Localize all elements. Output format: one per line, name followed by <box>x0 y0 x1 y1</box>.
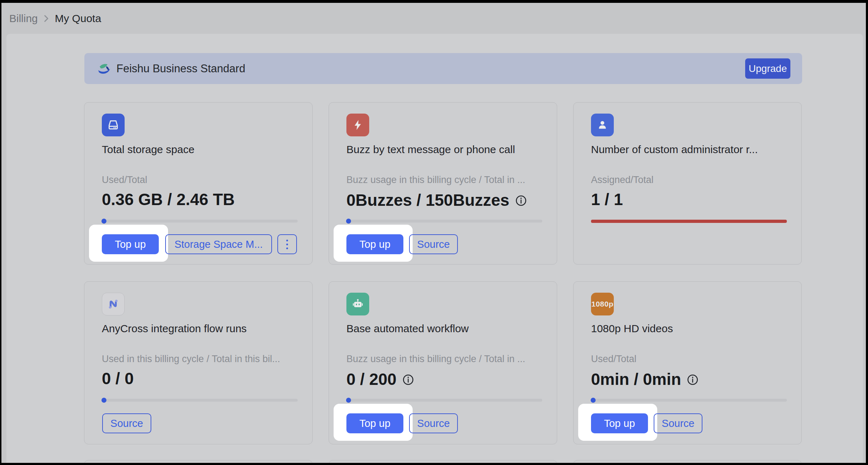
feishu-logo-icon <box>97 61 112 76</box>
chevron-right-icon <box>43 14 49 23</box>
quota-value: 0.36 GB / 2.46 TB <box>102 189 235 210</box>
top-up-button[interactable]: Top up <box>346 234 403 254</box>
storage-drive-icon <box>102 114 125 136</box>
top-up-button[interactable]: Top up <box>346 413 403 433</box>
lightning-icon <box>346 114 369 136</box>
metric-label: Assigned/Total <box>591 174 796 186</box>
metric-label: Used/Total <box>591 353 796 365</box>
more-options-icon <box>286 240 288 241</box>
admin-user-icon <box>591 114 614 136</box>
progress-dot <box>101 398 106 403</box>
progress-bar <box>346 399 542 402</box>
breadcrumb-billing[interactable]: Billing <box>9 12 38 25</box>
quota-card-anycross: AnyCross integration flow runs Used in t… <box>84 281 313 444</box>
metric-label: Buzz usage in this billing cycle / Total… <box>346 174 551 186</box>
quota-card-partial <box>84 460 313 463</box>
progress-dot <box>346 219 351 224</box>
quota-card-storage: Total storage space Used/Total 0.36 GB /… <box>84 102 313 265</box>
screenshot-frame: Billing My Quota Feishu Business Standar… <box>0 0 868 465</box>
metric-label: Buzz usage in this billing cycle / Total… <box>346 353 551 365</box>
top-up-button[interactable]: Top up <box>102 234 159 254</box>
top-bar: Billing My Quota <box>1 3 866 34</box>
progress-dot <box>591 398 596 403</box>
source-button[interactable]: Source <box>409 413 458 433</box>
source-button[interactable]: Source <box>102 413 151 433</box>
content-panel: Feishu Business Standard Upgrade Total s… <box>6 34 863 463</box>
info-icon[interactable] <box>687 370 699 390</box>
info-icon[interactable] <box>402 370 414 390</box>
progress-bar <box>591 399 787 402</box>
storage-space-manage-button[interactable]: Storage Space M... <box>165 234 272 254</box>
card-title: Number of custom administrator r... <box>591 143 790 156</box>
quota-card-admin-roles: Number of custom administrator r... Assi… <box>573 102 802 265</box>
upgrade-button[interactable]: Upgrade <box>745 58 790 79</box>
card-title: Base automated workflow <box>346 322 546 335</box>
quota-value: 1 / 1 <box>591 189 623 210</box>
card-title: Total storage space <box>102 143 301 156</box>
anycross-icon <box>102 293 125 315</box>
info-icon[interactable] <box>515 190 527 211</box>
quota-value: 0Buzzes / 150Buzzes <box>346 189 527 211</box>
plan-banner: Feishu Business Standard Upgrade <box>84 53 802 84</box>
plan-name: Feishu Business Standard <box>116 53 245 84</box>
card-title: 1080p HD videos <box>591 322 790 335</box>
quota-value: 0 / 0 <box>102 368 134 389</box>
progress-bar <box>102 399 298 402</box>
metric-label: Used in this billing cycle / Total in th… <box>102 353 307 365</box>
progress-bar-full <box>591 220 787 223</box>
app-window: Billing My Quota Feishu Business Standar… <box>1 3 866 463</box>
quota-card-1080p-videos: 1080p 1080p HD videos Used/Total 0min / … <box>573 281 802 444</box>
source-button[interactable]: Source <box>654 413 702 433</box>
card-title: AnyCross integration flow runs <box>102 322 301 335</box>
metric-label: Used/Total <box>102 174 307 186</box>
quota-value: 0min / 0min <box>591 368 699 390</box>
more-options-button[interactable] <box>277 234 297 254</box>
1080p-badge-text: 1080p <box>591 300 613 308</box>
progress-bar <box>346 220 542 223</box>
1080p-badge-icon: 1080p <box>591 293 614 315</box>
quota-card-buzz: Buzz by text message or phone call Buzz … <box>329 102 557 265</box>
quota-value: 0 / 200 <box>346 368 414 390</box>
progress-dot <box>101 219 106 224</box>
progress-dot <box>346 398 351 403</box>
source-button[interactable]: Source <box>409 234 458 254</box>
card-title: Buzz by text message or phone call <box>346 143 546 156</box>
quota-card-partial <box>329 460 557 463</box>
robot-icon <box>346 293 369 315</box>
quota-card-base-workflow: Base automated workflow Buzz usage in th… <box>329 281 557 444</box>
progress-bar <box>102 220 298 223</box>
quota-card-partial <box>573 460 802 463</box>
top-up-button[interactable]: Top up <box>591 413 648 433</box>
breadcrumb-my-quota: My Quota <box>55 12 101 25</box>
